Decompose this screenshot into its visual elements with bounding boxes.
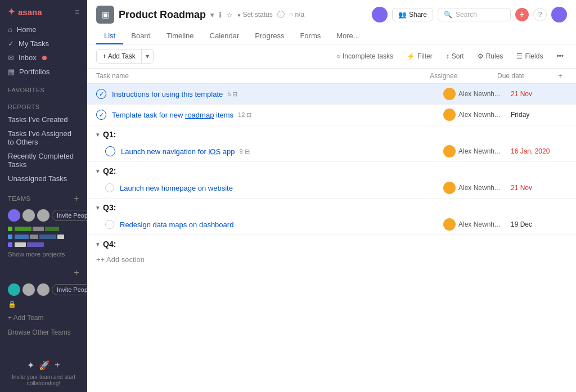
- second-team-avatar-3: [37, 283, 50, 296]
- rules-button[interactable]: ⚙ Rules: [474, 50, 507, 62]
- chevron-down-icon[interactable]: ▾: [210, 11, 214, 19]
- task-due-date: 16 Jan, 2020: [511, 147, 567, 155]
- task-title[interactable]: Launch new homepage on website: [120, 184, 233, 192]
- project-bar-3[interactable]: [0, 241, 87, 249]
- help-button[interactable]: ?: [533, 8, 547, 21]
- team-avatar-2: [22, 209, 35, 222]
- sidebar-item-home[interactable]: ⌂ Home: [0, 22, 87, 37]
- task-title[interactable]: Launch new navigation for iOS app: [121, 147, 235, 156]
- add-section-button[interactable]: + + Add section: [87, 251, 576, 268]
- collaborator-avatar: [372, 7, 388, 22]
- tab-progress[interactable]: Progress: [247, 28, 292, 44]
- task-name-column-header: Task name: [96, 72, 430, 80]
- set-status-button[interactable]: ● Set status: [237, 11, 273, 19]
- ios-link[interactable]: iOS: [208, 147, 220, 156]
- add-team-icon[interactable]: +: [74, 193, 79, 204]
- task-subtask-count: 9 ⊟: [239, 148, 249, 155]
- block: [45, 227, 59, 231]
- tab-list[interactable]: List: [96, 28, 123, 44]
- task-due-date: 21 Nov: [511, 184, 567, 192]
- section-q2[interactable]: ▾ Q2:: [87, 162, 576, 178]
- task-complete-checkbox[interactable]: ✓: [96, 110, 106, 120]
- project-icon: ▣: [96, 6, 114, 24]
- n-a-label: ○ n/a: [289, 11, 304, 19]
- section-q4[interactable]: ▾ Q4:: [87, 235, 576, 251]
- add-task-main[interactable]: + Add Task: [97, 49, 142, 63]
- show-more-projects[interactable]: Show more projects: [0, 249, 87, 260]
- tab-forms[interactable]: Forms: [292, 28, 328, 44]
- table-row[interactable]: Launch new homepage on website Alex Newn…: [87, 178, 576, 199]
- section-chevron-icon: ▾: [96, 204, 100, 211]
- table-row[interactable]: ✓ Instructions for using this template 5…: [87, 84, 576, 105]
- block: [30, 235, 38, 239]
- add-task-dropdown-arrow[interactable]: ▾: [142, 49, 153, 63]
- task-complete-checkbox[interactable]: [105, 220, 114, 229]
- section-q3[interactable]: ▾ Q3:: [87, 199, 576, 214]
- sidebar-item-portfolios[interactable]: ▦ Portfolios: [0, 65, 87, 79]
- tab-timeline[interactable]: Timeline: [159, 28, 202, 44]
- filter-button[interactable]: ⚡ Filter: [403, 50, 436, 62]
- task-title[interactable]: Redesign data maps on dashboard: [120, 220, 233, 229]
- table-row[interactable]: Redesign data maps on dashboard Alex New…: [87, 214, 576, 235]
- table-row[interactable]: Launch new navigation for iOS app 9 ⊟ Al…: [87, 141, 576, 162]
- user-avatar[interactable]: [551, 7, 567, 22]
- task-toolbar: + Add Task ▾ ○ Incomplete tasks ⚡ Filter…: [87, 44, 576, 69]
- task-assignee: Alex Newnh...: [443, 145, 511, 157]
- incomplete-tasks-button[interactable]: ○ Incomplete tasks: [333, 50, 397, 62]
- browse-other-teams[interactable]: Browse Other Teams: [0, 326, 87, 339]
- invite-people-button-2[interactable]: Invite People: [52, 284, 87, 295]
- task-title[interactable]: Instructions for using this template: [112, 90, 223, 98]
- create-button[interactable]: +: [515, 8, 529, 21]
- invite-people-button[interactable]: Invite People: [52, 210, 87, 221]
- star-icon[interactable]: ☆: [226, 11, 233, 19]
- sidebar-item-my-tasks[interactable]: ✓ My Tasks: [0, 37, 87, 51]
- info-circle-icon[interactable]: ⓘ: [277, 10, 285, 20]
- task-complete-checkbox[interactable]: [105, 183, 114, 192]
- task-complete-checkbox[interactable]: [105, 146, 115, 156]
- tab-more[interactable]: More...: [328, 28, 367, 44]
- teams-section: Teams +: [0, 186, 87, 206]
- header-top: ▣ Product Roadmap ▾ ℹ ☆ ● Set status ⓘ ○…: [96, 6, 567, 24]
- block: [33, 227, 44, 231]
- section-chevron-icon: ▾: [96, 168, 100, 175]
- search-icon: 🔍: [444, 11, 452, 19]
- sidebar-item-recently-completed[interactable]: Recently Completed Tasks: [0, 149, 87, 172]
- assignee-column-header: Assignee: [430, 72, 497, 80]
- assignee-name: Alex Newnh...: [458, 147, 500, 155]
- project-bar-2[interactable]: [0, 233, 87, 241]
- block: [57, 235, 64, 239]
- tasks-assigned-label: Tasks I've Assigned to Others: [8, 129, 79, 146]
- task-title-area: Template task for new roadmap items 12 ⊟: [112, 111, 443, 119]
- second-team-avatar-1: [8, 283, 20, 296]
- task-title[interactable]: Template task for new roadmap items: [112, 111, 233, 119]
- toolbar-right: ○ Incomplete tasks ⚡ Filter ↕ Sort ⚙ Rul…: [333, 50, 567, 62]
- table-row[interactable]: ✓ Template task for new roadmap items 12…: [87, 105, 576, 125]
- add-team-button[interactable]: + Add Team: [0, 309, 87, 326]
- search-box[interactable]: 🔍 Search: [438, 8, 511, 21]
- sidebar-item-tasks-assigned[interactable]: Tasks I've Assigned to Others: [0, 127, 87, 149]
- tab-calendar[interactable]: Calendar: [202, 28, 248, 44]
- sidebar-item-inbox[interactable]: ✉ Inbox: [0, 51, 87, 65]
- project-blocks-2: [15, 235, 64, 239]
- project-bar-1[interactable]: [0, 225, 87, 233]
- task-complete-checkbox[interactable]: ✓: [96, 89, 106, 99]
- roadmap-link[interactable]: roadmap: [185, 111, 214, 119]
- info-icon[interactable]: ℹ: [219, 11, 222, 19]
- section-q1[interactable]: ▾ Q1:: [87, 125, 576, 141]
- project-color-3: [8, 242, 12, 247]
- task-due-date: 19 Dec: [511, 220, 567, 228]
- sidebar-item-unassigned[interactable]: Unassigned Tasks: [0, 172, 87, 186]
- tab-board[interactable]: Board: [123, 28, 159, 44]
- add-column-button[interactable]: +: [554, 72, 567, 80]
- section-chevron-icon: ▾: [96, 131, 100, 138]
- add-task-button[interactable]: + Add Task ▾: [96, 49, 154, 64]
- team-avatar-3: [37, 209, 50, 222]
- sort-button[interactable]: ↕ Sort: [443, 50, 467, 62]
- assignee-name: Alex Newnh...: [458, 184, 500, 192]
- more-options-button[interactable]: •••: [553, 50, 567, 62]
- sidebar-item-tasks-created[interactable]: Tasks I've Created: [0, 112, 87, 127]
- sidebar-collapse-button[interactable]: ≡: [75, 7, 79, 16]
- second-team-add-icon[interactable]: +: [74, 268, 79, 278]
- share-button[interactable]: 👥 Share: [392, 8, 433, 21]
- fields-button[interactable]: ☰ Fields: [513, 50, 546, 62]
